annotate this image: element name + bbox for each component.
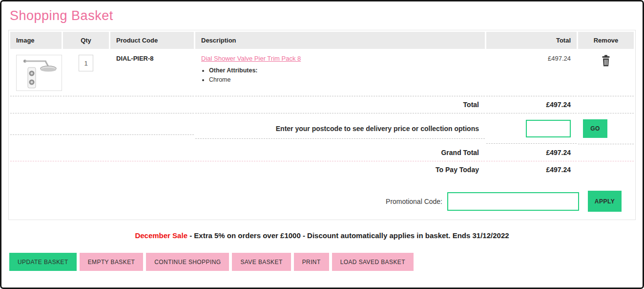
- page-title: Shopping Basket: [10, 8, 643, 23]
- empty-basket-button[interactable]: EMPTY BASKET: [80, 253, 144, 271]
- postcode-input[interactable]: [526, 120, 571, 137]
- column-header-qty: Qty: [63, 32, 109, 49]
- to-pay-today-label: To Pay Today: [195, 161, 485, 178]
- go-button[interactable]: GO: [583, 119, 607, 138]
- remove-cell: [578, 49, 634, 96]
- attribute-value: Chrome: [209, 76, 479, 83]
- to-pay-today-row: To Pay Today £497.24: [10, 161, 634, 178]
- product-link[interactable]: Dial Shower Valve Pier Trim Pack 8: [201, 55, 301, 62]
- column-header-description: Description: [195, 32, 485, 49]
- remove-item-button[interactable]: [601, 55, 611, 68]
- to-pay-today-value: £497.24: [486, 161, 577, 178]
- grand-total-label: Grand Total: [195, 144, 485, 161]
- save-basket-button[interactable]: SAVE BASKET: [232, 253, 291, 271]
- sale-banner-text: - Extra 5% on orders over £1000 - Discou…: [187, 231, 509, 240]
- promo-code-input[interactable]: [447, 192, 579, 211]
- load-saved-basket-button[interactable]: LOAD SAVED BASKET: [332, 253, 414, 271]
- basket-table: Image Qty Product Code Description Total…: [8, 30, 636, 220]
- sale-banner: December Sale - Extra 5% on orders over …: [1, 231, 643, 240]
- product-image-cell: [10, 49, 62, 96]
- postcode-row: Enter your postcode to see delivery pric…: [10, 113, 634, 144]
- basket-actions-bar: UPDATE BASKET EMPTY BASKET CONTINUE SHOP…: [9, 253, 643, 271]
- column-header-total: Total: [486, 32, 577, 49]
- attribute-list: Other Attributes: Chrome: [201, 67, 479, 83]
- product-thumbnail[interactable]: [16, 55, 62, 91]
- continue-shopping-button[interactable]: CONTINUE SHOPPING: [146, 253, 229, 271]
- quantity-input[interactable]: [79, 55, 93, 71]
- grand-total-row: Grand Total £497.24: [10, 144, 634, 161]
- promo-code-label: Promotional Code:: [386, 198, 442, 205]
- attributes-label: Other Attributes:: [209, 67, 479, 74]
- column-header-remove: Remove: [578, 32, 634, 49]
- promo-code-row: Promotional Code: APPLY: [10, 191, 622, 212]
- table-row: DIAL-PIER-8 Dial Shower Valve Pier Trim …: [10, 49, 634, 96]
- total-label: Total: [195, 96, 485, 113]
- product-code-cell: DIAL-PIER-8: [110, 49, 194, 96]
- apply-button[interactable]: APPLY: [588, 191, 622, 212]
- print-button[interactable]: PRINT: [294, 253, 329, 271]
- qty-cell: [63, 49, 109, 96]
- table-header-row: Image Qty Product Code Description Total…: [10, 32, 634, 49]
- line-total: £497.24: [548, 55, 571, 62]
- sale-banner-highlight: December Sale: [135, 231, 187, 240]
- total-value: £497.24: [486, 96, 577, 113]
- page-frame: Shopping Basket Image Qty Product Code D…: [0, 0, 644, 289]
- update-basket-button[interactable]: UPDATE BASKET: [9, 253, 77, 271]
- line-total-cell: £497.24: [486, 49, 577, 96]
- total-row: Total £497.24: [10, 96, 634, 113]
- product-code: DIAL-PIER-8: [116, 55, 154, 62]
- shower-product-image: [18, 57, 60, 89]
- postcode-label: Enter your postcode to see delivery pric…: [195, 119, 485, 139]
- column-header-image: Image: [10, 32, 62, 49]
- grand-total-value: £497.24: [486, 144, 577, 161]
- trash-icon: [601, 55, 611, 67]
- description-cell: Dial Shower Valve Pier Trim Pack 8 Other…: [195, 49, 485, 96]
- column-header-product-code: Product Code: [110, 32, 194, 49]
